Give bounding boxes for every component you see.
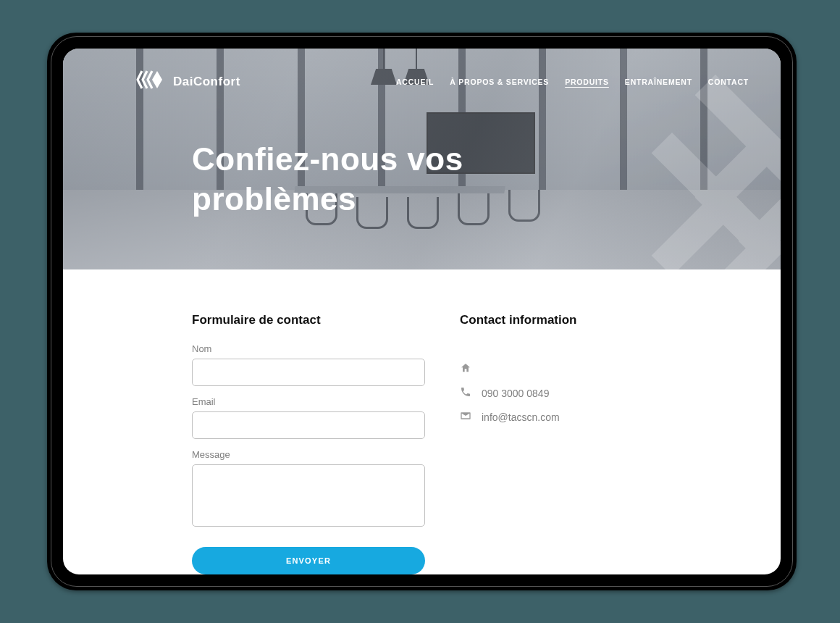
contact-phone-text: 090 3000 0849 (482, 388, 549, 399)
hero-section: DaiConfort ACCUEIL À PROPOS & SERVICES P… (63, 49, 781, 269)
nav-item-contact[interactable]: CONTACT (708, 78, 749, 86)
envelope-icon (460, 410, 471, 424)
name-label: Nom (192, 343, 425, 354)
phone-icon (460, 386, 471, 400)
email-label: Email (192, 396, 425, 407)
svg-marker-0 (152, 71, 162, 88)
nav-item-entrainement[interactable]: ENTRAÎNEMENT (625, 78, 692, 86)
contact-address-row (460, 362, 693, 376)
brand[interactable]: DaiConfort (135, 69, 240, 94)
main-nav: ACCUEIL À PROPOS & SERVICES PRODUITS ENT… (396, 78, 749, 86)
nav-item-produits[interactable]: PRODUITS (565, 78, 609, 86)
top-bar: DaiConfort ACCUEIL À PROPOS & SERVICES P… (63, 49, 781, 94)
submit-button[interactable]: ENVOYER (192, 547, 425, 574)
email-input[interactable] (192, 411, 425, 439)
hero-title: Confiez-nous vos problèmes (63, 94, 512, 219)
form-heading: Formulaire de contact (192, 313, 425, 327)
brand-name: DaiConfort (173, 75, 240, 89)
nav-item-accueil[interactable]: ACCUEIL (396, 78, 434, 86)
contact-email-text: info@tacscn.com (482, 411, 560, 423)
hero-decor-chevrons (549, 81, 781, 298)
home-icon (460, 362, 471, 376)
name-input[interactable] (192, 359, 425, 386)
screen: DaiConfort ACCUEIL À PROPOS & SERVICES P… (63, 49, 781, 574)
contact-email-row: info@tacscn.com (460, 410, 693, 424)
message-input[interactable] (192, 464, 425, 527)
content-area: Formulaire de contact Nom Email Message … (63, 269, 781, 574)
tablet-frame: DaiConfort ACCUEIL À PROPOS & SERVICES P… (47, 33, 797, 590)
contact-phone-row: 090 3000 0849 (460, 386, 693, 400)
contact-form: Formulaire de contact Nom Email Message … (192, 313, 425, 574)
nav-item-apropos-services[interactable]: À PROPOS & SERVICES (450, 78, 549, 86)
contact-info: Contact information 090 (460, 313, 693, 574)
brand-logo-icon (135, 69, 164, 94)
message-label: Message (192, 449, 425, 460)
contact-info-heading: Contact information (460, 313, 693, 327)
